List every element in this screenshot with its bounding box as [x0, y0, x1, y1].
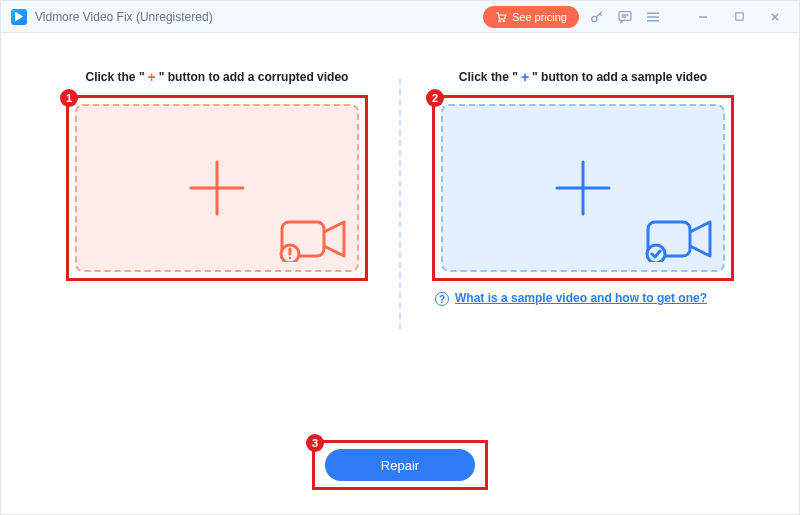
annotation-box-3: 3 Repair — [312, 440, 488, 490]
svg-point-1 — [503, 20, 505, 22]
key-icon[interactable] — [587, 7, 607, 27]
annotation-box-2: 2 — [432, 95, 734, 281]
cart-icon — [495, 11, 507, 23]
add-icon — [181, 152, 253, 224]
add-sample-video-dropzone[interactable] — [435, 98, 731, 278]
svg-rect-4 — [735, 13, 742, 20]
menu-icon[interactable] — [643, 7, 663, 27]
main-content: Click the " + " button to add a corrupte… — [1, 33, 799, 514]
see-pricing-button[interactable]: See pricing — [483, 6, 579, 28]
app-logo-icon — [11, 9, 27, 25]
repair-button[interactable]: Repair — [325, 449, 475, 481]
see-pricing-label: See pricing — [512, 11, 567, 23]
annotation-badge: 2 — [426, 89, 444, 107]
add-icon — [547, 152, 619, 224]
help-icon: ? — [435, 292, 449, 306]
video-ok-icon — [645, 216, 715, 266]
svg-point-0 — [499, 20, 501, 22]
annotation-badge: 3 — [306, 434, 324, 452]
close-button[interactable] — [761, 3, 789, 31]
sample-video-panel: Click the " + " button to add a sample v… — [407, 69, 759, 349]
sample-instruction: Click the " + " button to add a sample v… — [459, 69, 707, 85]
repair-label: Repair — [381, 458, 419, 473]
svg-rect-3 — [619, 11, 631, 20]
minimize-button[interactable] — [689, 3, 717, 31]
divider — [399, 79, 401, 329]
video-error-icon — [279, 216, 349, 266]
add-corrupted-video-dropzone[interactable] — [69, 98, 365, 278]
feedback-icon[interactable] — [615, 7, 635, 27]
plus-icon: + — [521, 69, 529, 85]
annotation-badge: 1 — [60, 89, 78, 107]
corrupted-instruction: Click the " + " button to add a corrupte… — [86, 69, 349, 85]
annotation-box-1: 1 — [66, 95, 368, 281]
titlebar: Vidmore Video Fix (Unregistered) See pri… — [1, 1, 799, 33]
sample-help-row: ? What is a sample video and how to get … — [435, 291, 731, 306]
sample-help-link[interactable]: What is a sample video and how to get on… — [455, 291, 707, 306]
svg-point-7 — [289, 257, 291, 259]
corrupted-video-panel: Click the " + " button to add a corrupte… — [41, 69, 393, 349]
svg-point-2 — [592, 16, 597, 21]
app-title: Vidmore Video Fix (Unregistered) — [35, 10, 213, 24]
maximize-button[interactable] — [725, 3, 753, 31]
plus-icon: + — [148, 69, 156, 85]
